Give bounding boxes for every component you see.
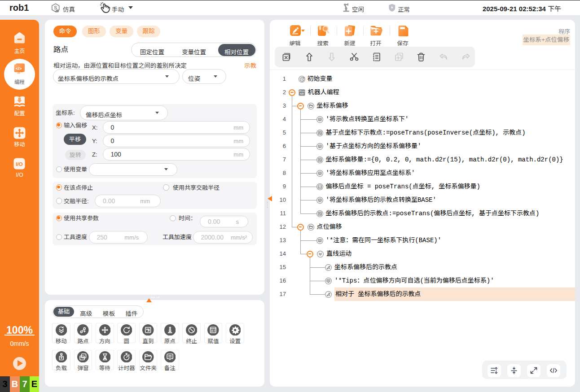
svg-text:A: A [318, 213, 320, 215]
svg-text:A: A [211, 329, 213, 332]
svg-text:A: A [318, 159, 320, 161]
svg-text:</>: </> [300, 91, 304, 95]
svg-text:</>: </> [318, 185, 321, 188]
svg-text:S: S [54, 5, 57, 10]
svg-text:</>: </> [16, 66, 22, 71]
svg-text:A: A [318, 132, 320, 135]
